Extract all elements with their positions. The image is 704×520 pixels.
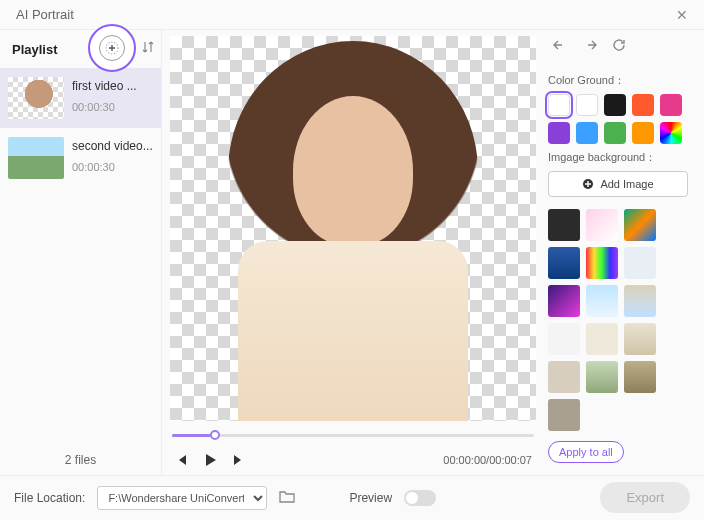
- bg-thumb[interactable]: [548, 285, 580, 317]
- preview-toggle[interactable]: [404, 490, 436, 506]
- preview-panel: 00:00:00/00:00:07: [162, 30, 544, 475]
- bg-thumb[interactable]: [586, 209, 618, 241]
- color-swatch[interactable]: [660, 94, 682, 116]
- imagebg-label: Imgage background：: [548, 150, 690, 165]
- timecode: 00:00:00/00:00:07: [443, 454, 532, 466]
- file-location-label: File Location:: [14, 491, 85, 505]
- color-swatches: [548, 94, 690, 144]
- bg-thumb[interactable]: [586, 285, 618, 317]
- preview-canvas[interactable]: [170, 36, 536, 421]
- add-image-label: Add Image: [600, 178, 653, 190]
- add-media-button[interactable]: [99, 35, 125, 61]
- playlist-panel: Playlist first video ... 00:00:30: [0, 30, 162, 475]
- color-swatch[interactable]: [548, 94, 570, 116]
- color-swatch[interactable]: [604, 94, 626, 116]
- bg-thumb[interactable]: [624, 209, 656, 241]
- plus-target-icon: [105, 41, 119, 55]
- bg-thumb[interactable]: [586, 323, 618, 355]
- playlist-item-name: first video ...: [72, 79, 137, 93]
- playlist-thumb: [8, 137, 64, 179]
- window-title: AI Portrait: [16, 7, 74, 22]
- color-swatch[interactable]: [604, 122, 626, 144]
- playlist-item-duration: 00:00:30: [72, 101, 137, 113]
- file-location-select[interactable]: F:\Wondershare UniConverte...: [97, 486, 267, 510]
- add-highlight-ring: [88, 24, 136, 72]
- next-frame-button[interactable]: [232, 453, 246, 467]
- playlist-item-duration: 00:00:30: [72, 161, 153, 173]
- subject-cutout: [193, 36, 513, 421]
- bg-thumb[interactable]: [548, 247, 580, 279]
- add-image-button[interactable]: Add Image: [548, 171, 688, 197]
- options-panel: Color Ground： Imgage background： Add Ima…: [544, 30, 704, 475]
- colorground-label: Color Ground：: [548, 73, 690, 88]
- export-button[interactable]: Export: [600, 482, 690, 513]
- color-swatch[interactable]: [632, 122, 654, 144]
- sort-icon[interactable]: [142, 40, 154, 57]
- close-icon[interactable]: ✕: [676, 7, 688, 23]
- bg-thumb[interactable]: [624, 323, 656, 355]
- bg-thumb-grid: [548, 209, 690, 431]
- color-swatch[interactable]: [660, 122, 682, 144]
- undo-icon[interactable]: [552, 38, 568, 55]
- play-button[interactable]: [202, 452, 218, 468]
- playlist-item-name: second video...: [72, 139, 153, 153]
- color-swatch[interactable]: [576, 122, 598, 144]
- bg-thumb[interactable]: [548, 361, 580, 393]
- plus-circle-icon: [582, 178, 594, 190]
- reset-icon[interactable]: [612, 38, 626, 55]
- redo-icon[interactable]: [582, 38, 598, 55]
- file-count: 2 files: [0, 453, 161, 475]
- bg-thumb[interactable]: [586, 247, 618, 279]
- color-swatch[interactable]: [632, 94, 654, 116]
- bg-thumb[interactable]: [548, 399, 580, 431]
- bg-thumb[interactable]: [624, 247, 656, 279]
- preview-label: Preview: [349, 491, 392, 505]
- bg-thumb[interactable]: [624, 361, 656, 393]
- open-folder-icon[interactable]: [279, 489, 295, 506]
- bg-thumb[interactable]: [624, 285, 656, 317]
- playlist-item[interactable]: first video ... 00:00:30: [0, 68, 161, 128]
- playlist-thumb: [8, 77, 64, 119]
- prev-frame-button[interactable]: [174, 453, 188, 467]
- bg-thumb[interactable]: [548, 209, 580, 241]
- playlist-label: Playlist: [12, 42, 58, 57]
- color-swatch[interactable]: [548, 122, 570, 144]
- color-swatch[interactable]: [576, 94, 598, 116]
- apply-all-button[interactable]: Apply to all: [548, 441, 624, 463]
- bg-thumb[interactable]: [548, 323, 580, 355]
- bg-thumb[interactable]: [586, 361, 618, 393]
- playlist-item[interactable]: second video... 00:00:30: [0, 128, 161, 188]
- timeline-slider[interactable]: [172, 425, 534, 445]
